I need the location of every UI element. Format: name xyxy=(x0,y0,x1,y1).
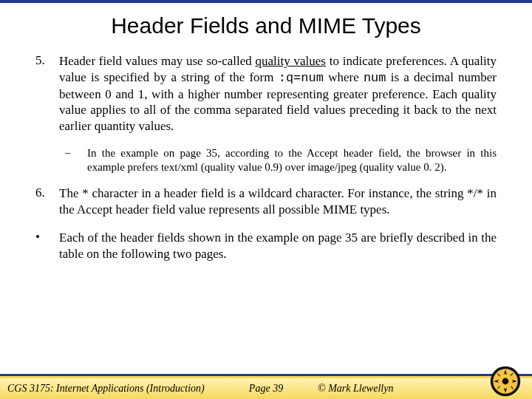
slide-title: Header Fields and MIME Types xyxy=(0,13,532,38)
item-number: 5. xyxy=(35,53,59,134)
text-underline: quality values xyxy=(256,54,326,68)
item-body: Header field values may use so-called qu… xyxy=(59,53,497,134)
ucf-logo-icon xyxy=(489,365,522,398)
item-body: Each of the header fields shown in the e… xyxy=(59,230,497,262)
item-bullet: • xyxy=(35,230,59,262)
code: num xyxy=(364,71,386,85)
footer-course: CGS 3175: Internet Applications (Introdu… xyxy=(7,383,205,395)
svg-point-10 xyxy=(502,378,509,385)
code: :q=num xyxy=(279,71,324,85)
sub-body: In the example on page 35, according to … xyxy=(87,146,497,174)
sub-list-item: – In the example on page 35, according t… xyxy=(65,146,497,174)
footer-bar: CGS 3175: Internet Applications (Introdu… xyxy=(0,378,532,399)
footer-page: Page 39 xyxy=(249,383,283,395)
text: where xyxy=(324,70,364,84)
list-item-bullet: • Each of the header fields shown in the… xyxy=(35,230,497,262)
slide-content: 5. Header field values may use so-called… xyxy=(0,53,532,262)
slide-top-border xyxy=(0,0,532,3)
footer-copyright: © Mark Llewellyn xyxy=(318,383,393,395)
text: Header field values may use so-called xyxy=(59,54,256,68)
item-body: The * character in a header field is a w… xyxy=(59,185,497,218)
list-item-6: 6. The * character in a header field is … xyxy=(35,185,497,218)
sub-dash: – xyxy=(65,146,87,174)
list-item-5: 5. Header field values may use so-called… xyxy=(35,53,497,134)
footer-wrap: CGS 3175: Internet Applications (Introdu… xyxy=(0,374,532,399)
item-number: 6. xyxy=(35,185,59,218)
